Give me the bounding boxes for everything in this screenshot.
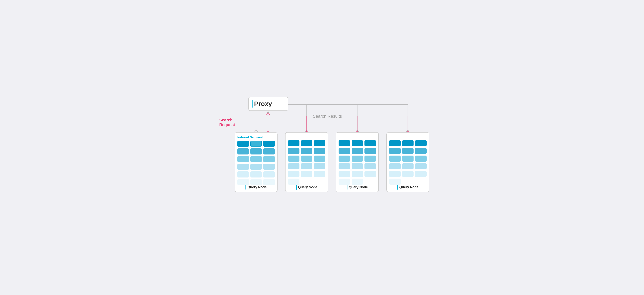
- seg-cell: [389, 156, 401, 162]
- seg-cell: [352, 148, 363, 154]
- seg-cell: [314, 156, 325, 162]
- node-accent-bar: [347, 185, 348, 190]
- seg-cell: [338, 140, 350, 146]
- seg-cell: [402, 148, 414, 154]
- seg-cell: [364, 148, 376, 154]
- seg-cell: [288, 179, 300, 185]
- seg-cell: [250, 164, 262, 170]
- query-node-2: Query Node: [285, 132, 328, 192]
- seg-cell: [301, 171, 312, 177]
- seg-cell: [415, 163, 426, 169]
- seg-cell: [263, 164, 275, 170]
- query-node-4: Query Node: [386, 132, 429, 192]
- seg-cell: [263, 156, 275, 162]
- node-2-footer: Query Node: [286, 185, 328, 190]
- seg-cell: [338, 179, 350, 185]
- seg-cell: [402, 171, 414, 177]
- seg-cell: [250, 156, 262, 162]
- query-node-3: Query Node: [336, 132, 379, 192]
- seg-cell: [389, 171, 401, 177]
- seg-cell: [301, 156, 312, 162]
- seg-cell: [352, 163, 363, 169]
- seg-cell-empty: [301, 179, 312, 185]
- seg-cell: [288, 171, 300, 177]
- node-2-label: Query Node: [298, 185, 317, 189]
- segment-grid-3: [338, 140, 376, 185]
- seg-cell: [237, 164, 249, 170]
- seg-cell: [237, 156, 249, 162]
- seg-cell: [402, 163, 414, 169]
- node-3-label: Query Node: [349, 185, 368, 189]
- seg-cell: [237, 171, 249, 177]
- search-results-label: Search Results: [313, 114, 342, 119]
- seg-cell-empty: [415, 179, 426, 185]
- seg-cell: [352, 140, 363, 146]
- segment-grid-1: [237, 141, 275, 185]
- seg-cell: [338, 171, 350, 177]
- seg-cell: [237, 148, 249, 154]
- seg-cell-highlighted: [250, 141, 262, 147]
- seg-cell: [415, 156, 426, 162]
- seg-cell: [263, 179, 275, 185]
- segment-grid-4: [389, 140, 426, 185]
- seg-cell: [338, 163, 350, 169]
- seg-cell: [314, 140, 325, 146]
- seg-cell: [263, 148, 275, 154]
- seg-cell: [364, 156, 376, 162]
- seg-cell: [301, 140, 312, 146]
- seg-cell: [288, 163, 300, 169]
- seg-cell: [338, 148, 350, 154]
- node-1-label: Query Node: [248, 185, 267, 189]
- seg-cell: [288, 140, 300, 146]
- node-4-footer: Query Node: [387, 185, 429, 190]
- indexed-segment-label: Indexed Segment: [237, 136, 263, 139]
- seg-cell: [415, 148, 426, 154]
- node-accent-bar: [397, 185, 398, 190]
- seg-cell: [338, 156, 350, 162]
- diagram: Proxy SearchRequest Search Results Index…: [215, 92, 429, 203]
- seg-cell: [415, 171, 426, 177]
- seg-cell: [389, 163, 401, 169]
- seg-cell: [364, 171, 376, 177]
- proxy-accent-bar: [252, 100, 252, 108]
- node-1-footer: Query Node: [235, 185, 277, 190]
- search-request-label: SearchRequest: [219, 118, 235, 127]
- svg-point-0: [267, 113, 270, 116]
- seg-cell: [402, 140, 414, 146]
- seg-cell: [415, 140, 426, 146]
- seg-cell: [402, 156, 414, 162]
- seg-cell: [250, 148, 262, 154]
- seg-cell: [314, 171, 325, 177]
- seg-cell: [352, 171, 363, 177]
- seg-cell: [250, 179, 262, 185]
- seg-cell: [352, 156, 363, 162]
- node-4-label: Query Node: [399, 185, 418, 189]
- proxy-label: Proxy: [254, 100, 272, 108]
- seg-cell-empty: [364, 179, 376, 185]
- seg-cell: [288, 156, 300, 162]
- seg-cell: [364, 163, 376, 169]
- seg-cell: [301, 148, 312, 154]
- seg-cell: [263, 141, 275, 147]
- query-node-1: Indexed Segment: [234, 132, 278, 192]
- node-3-footer: Query Node: [336, 185, 378, 190]
- seg-cell: [301, 163, 312, 169]
- node-accent-bar: [296, 185, 297, 190]
- seg-cell: [364, 140, 376, 146]
- node-accent-bar: [246, 185, 246, 190]
- seg-cell: [237, 179, 249, 185]
- segment-grid-2: [288, 140, 325, 185]
- seg-cell: [389, 148, 401, 154]
- seg-cell-empty: [402, 179, 414, 185]
- svg-marker-19: [267, 111, 269, 113]
- seg-cell: [352, 179, 363, 185]
- seg-cell: [237, 141, 249, 147]
- seg-cell: [314, 163, 325, 169]
- seg-cell: [389, 179, 401, 185]
- proxy-box: Proxy: [248, 97, 288, 111]
- seg-cell: [314, 148, 325, 154]
- seg-cell: [263, 171, 275, 177]
- seg-cell: [250, 171, 262, 177]
- seg-cell-empty: [314, 179, 325, 185]
- seg-cell: [288, 148, 300, 154]
